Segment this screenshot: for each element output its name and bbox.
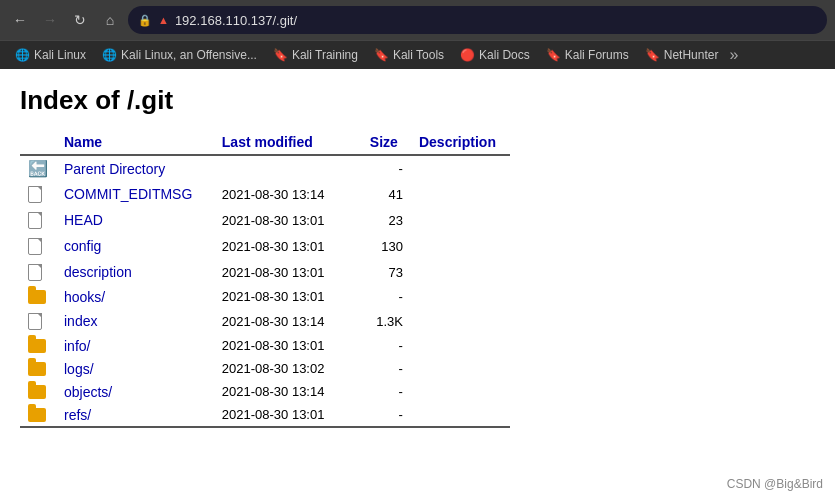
bookmark-nethunter[interactable]: 🔖 NetHunter: [638, 45, 726, 65]
size-cell: -: [362, 403, 411, 427]
bookmarks-bar: 🌐 Kali Linux 🌐 Kali Linux, an Offensive.…: [0, 40, 835, 69]
modified-cell: 2021-08-30 13:02: [214, 357, 362, 380]
description-cell: [411, 233, 510, 259]
file-name-cell: COMMIT_EDITMSG: [56, 181, 214, 207]
bookmark-kali-forums[interactable]: 🔖 Kali Forums: [539, 45, 636, 65]
modified-cell: 2021-08-30 13:14: [214, 181, 362, 207]
file-link[interactable]: objects/: [64, 384, 112, 400]
modified-cell: 2021-08-30 13:01: [214, 259, 362, 285]
file-link[interactable]: hooks/: [64, 289, 105, 305]
col-header-name: Name: [56, 130, 214, 155]
page-title: Index of /.git: [20, 85, 815, 116]
bookmark-label: Kali Training: [292, 48, 358, 62]
table-row: refs/2021-08-30 13:01-: [20, 403, 510, 427]
file-name-cell: index: [56, 308, 214, 334]
browser-toolbar: ← → ↻ ⌂ 🔒 ▲ 192.168.110.137/.git/: [0, 0, 835, 40]
col-header-modified: Last modified: [214, 130, 362, 155]
size-cell: 1.3K: [362, 308, 411, 334]
modified-cell: 2021-08-30 13:01: [214, 285, 362, 308]
bookmark-label: NetHunter: [664, 48, 719, 62]
description-cell: [411, 357, 510, 380]
table-row: hooks/2021-08-30 13:01-: [20, 285, 510, 308]
kali-linux-icon: 🌐: [15, 48, 30, 62]
size-cell: -: [362, 357, 411, 380]
modified-cell: 2021-08-30 13:01: [214, 334, 362, 357]
directory-table: Name Last modified Size Description 🔙Par…: [20, 130, 510, 431]
file-link[interactable]: logs/: [64, 361, 94, 377]
size-cell: 23: [362, 207, 411, 233]
file-link[interactable]: HEAD: [64, 212, 103, 228]
size-cell: 73: [362, 259, 411, 285]
file-icon-cell: [20, 233, 56, 259]
size-sort-link[interactable]: Size: [370, 134, 398, 150]
kali-offensive-icon: 🌐: [102, 48, 117, 62]
folder-icon: [28, 290, 46, 304]
table-row: HEAD2021-08-30 13:0123: [20, 207, 510, 233]
size-cell: -: [362, 285, 411, 308]
file-link[interactable]: index: [64, 313, 97, 329]
bookmark-label: Kali Forums: [565, 48, 629, 62]
kali-tools-icon: 🔖: [374, 48, 389, 62]
size-cell: 41: [362, 181, 411, 207]
file-link[interactable]: description: [64, 264, 132, 280]
file-link[interactable]: COMMIT_EDITMSG: [64, 186, 192, 202]
bookmark-kali-training[interactable]: 🔖 Kali Training: [266, 45, 365, 65]
description-cell: [411, 181, 510, 207]
kali-docs-icon: 🔴: [460, 48, 475, 62]
parent-dir-icon: 🔙: [28, 159, 48, 178]
file-name-cell: config: [56, 233, 214, 259]
doc-icon: [28, 212, 42, 229]
description-sort-link[interactable]: Description: [419, 134, 496, 150]
col-header-size: Size: [362, 130, 411, 155]
description-cell: [411, 403, 510, 427]
bookmark-kali-docs[interactable]: 🔴 Kali Docs: [453, 45, 537, 65]
description-cell: [411, 285, 510, 308]
forward-button[interactable]: →: [38, 8, 62, 32]
description-cell: [411, 334, 510, 357]
modified-cell: [214, 155, 362, 181]
kali-forums-icon: 🔖: [546, 48, 561, 62]
table-row: COMMIT_EDITMSG2021-08-30 13:1441: [20, 181, 510, 207]
bookmark-kali-tools[interactable]: 🔖 Kali Tools: [367, 45, 451, 65]
browser-window: ← → ↻ ⌂ 🔒 ▲ 192.168.110.137/.git/ 🌐 Kali…: [0, 0, 835, 69]
security-icon: 🔒: [138, 14, 152, 27]
doc-icon: [28, 313, 42, 330]
table-row: logs/2021-08-30 13:02-: [20, 357, 510, 380]
table-row: info/2021-08-30 13:01-: [20, 334, 510, 357]
size-cell: -: [362, 380, 411, 403]
table-row: index2021-08-30 13:141.3K: [20, 308, 510, 334]
file-link[interactable]: refs/: [64, 407, 91, 423]
size-cell: -: [362, 334, 411, 357]
bookmark-kali-offensive[interactable]: 🌐 Kali Linux, an Offensive...: [95, 45, 264, 65]
modified-sort-link[interactable]: Last modified: [222, 134, 313, 150]
description-cell: [411, 155, 510, 181]
bookmark-kali-linux[interactable]: 🌐 Kali Linux: [8, 45, 93, 65]
file-link[interactable]: Parent Directory: [64, 161, 165, 177]
file-link[interactable]: info/: [64, 338, 90, 354]
folder-icon: [28, 385, 46, 399]
nethunter-icon: 🔖: [645, 48, 660, 62]
address-bar[interactable]: 🔒 ▲ 192.168.110.137/.git/: [128, 6, 827, 34]
col-header-description: Description: [411, 130, 510, 155]
file-name-cell: info/: [56, 334, 214, 357]
file-icon-cell: [20, 308, 56, 334]
modified-cell: 2021-08-30 13:14: [214, 308, 362, 334]
folder-icon-cell: [20, 285, 56, 308]
home-button[interactable]: ⌂: [98, 8, 122, 32]
description-cell: [411, 259, 510, 285]
bookmark-label: Kali Linux: [34, 48, 86, 62]
folder-icon-cell: [20, 380, 56, 403]
modified-cell: 2021-08-30 13:01: [214, 233, 362, 259]
doc-icon: [28, 186, 42, 203]
url-text: 192.168.110.137/.git/: [175, 13, 817, 28]
file-name-cell: hooks/: [56, 285, 214, 308]
file-link[interactable]: config: [64, 238, 101, 254]
parent-icon-cell: 🔙: [20, 155, 56, 181]
file-name-cell: HEAD: [56, 207, 214, 233]
kali-training-icon: 🔖: [273, 48, 288, 62]
file-icon-cell: [20, 207, 56, 233]
reload-button[interactable]: ↻: [68, 8, 92, 32]
back-button[interactable]: ←: [8, 8, 32, 32]
file-icon-cell: [20, 181, 56, 207]
name-sort-link[interactable]: Name: [64, 134, 102, 150]
